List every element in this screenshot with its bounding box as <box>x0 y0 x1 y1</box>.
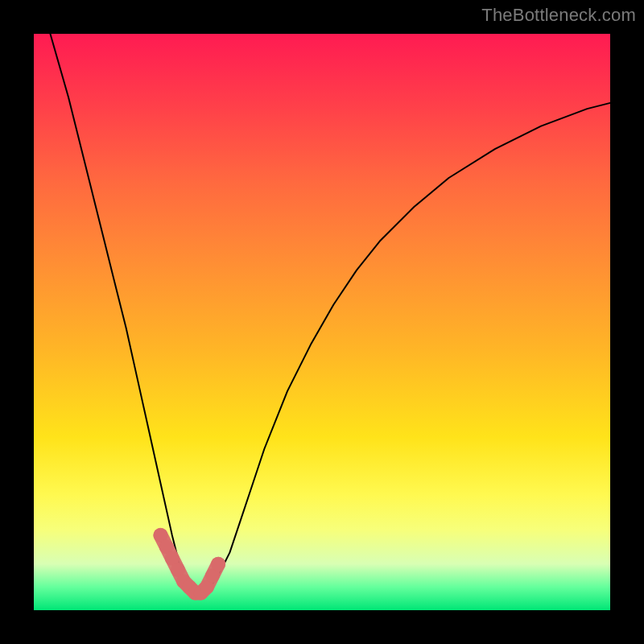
chart-frame: TheBottleneck.com <box>0 0 644 644</box>
highlight-dots <box>154 528 226 601</box>
highlight-dot <box>211 557 225 572</box>
bottleneck-curve <box>34 0 610 599</box>
plot-area <box>34 34 610 610</box>
watermark-text: TheBottleneck.com <box>481 5 636 26</box>
curve-svg <box>34 34 610 610</box>
